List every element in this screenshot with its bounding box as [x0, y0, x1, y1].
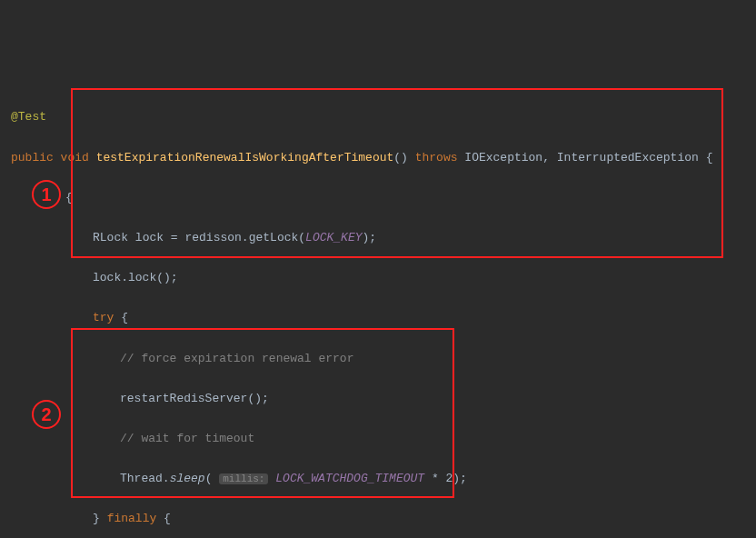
- annotation-circle-1: 1: [32, 180, 61, 209]
- code-line: // wait for timeout: [11, 429, 745, 449]
- code-line: // force expiration renewal error: [11, 349, 745, 369]
- param-hint: millis:: [219, 473, 268, 484]
- code-line: @Test: [11, 107, 745, 127]
- annotation-circle-2: 2: [32, 400, 61, 429]
- code-line: } finally {: [11, 509, 745, 529]
- code-line: RLock lock = redisson.getLock(LOCK_KEY);: [11, 228, 745, 248]
- code-editor: @Test public void testExpirationRenewalI…: [11, 87, 745, 538]
- code-line: lock.lock();: [11, 268, 745, 288]
- annotation-test: @Test: [11, 110, 46, 124]
- code-line: restartRedisServer();: [11, 389, 745, 409]
- method-name: testExpirationRenewalIsWorkingAfterTimeo…: [96, 151, 394, 164]
- code-line: Thread.sleep( millis: LOCK_WATCHDOG_TIME…: [11, 469, 745, 489]
- code-line: try {: [11, 308, 745, 328]
- code-line: {: [11, 188, 745, 208]
- code-line: public void testExpirationRenewalIsWorki…: [11, 148, 745, 168]
